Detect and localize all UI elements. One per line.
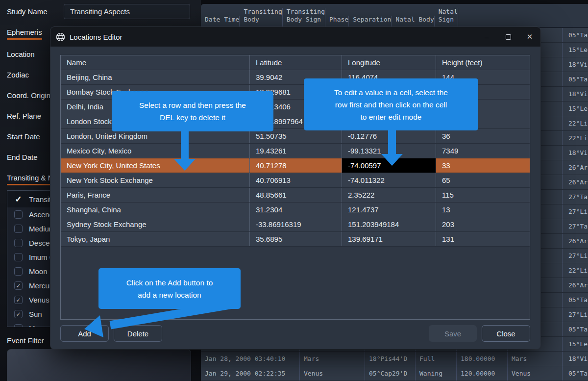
cell-latitude[interactable]: 40.706913 <box>250 173 342 187</box>
body-list-item-label: Moon <box>29 267 48 276</box>
cell-natal-sign: 26°Ari <box>563 234 588 248</box>
cell-natal-body: Venus <box>508 366 563 381</box>
location-row[interactable]: Tokyo, Japan 35.6895 139.69171 131 <box>61 232 530 247</box>
cell-natal-sign: 05°Tau <box>563 28 588 42</box>
checkbox[interactable]: ✓ <box>14 281 23 290</box>
table-row[interactable]: Jan 28, 2000 03:40:10 Mars 18°Pis44'D Fu… <box>201 352 588 366</box>
maximize-button[interactable] <box>497 27 519 47</box>
location-row[interactable]: New York City, United States 40.71278 -7… <box>61 158 530 173</box>
globe-icon <box>56 32 65 42</box>
cell-longitude[interactable]: 151.203949184 <box>342 217 436 231</box>
cell-name[interactable]: New York Stock Exchange <box>61 173 250 187</box>
dialog-title: Locations Editor <box>70 33 476 41</box>
cell-separation: 180.00000 <box>457 352 508 366</box>
sidebar-nav-item-label: Coord. Origin <box>7 91 50 102</box>
cell-height[interactable]: 115 <box>436 188 530 202</box>
study-name-input[interactable] <box>64 4 190 19</box>
checkbox[interactable]: ✓ <box>14 267 23 276</box>
tooltip-delete-hint: Select a row and then press the DEL key … <box>112 91 273 131</box>
cell-natal-sign: 05°Tau <box>563 293 588 307</box>
cell-natal-sign: 15°Leo <box>563 337 588 351</box>
maximize-icon <box>506 34 511 40</box>
study-name-label: Study Name <box>7 7 48 16</box>
column-header-longitude: Longitude <box>342 55 436 70</box>
check-icon: ✓ <box>16 282 21 289</box>
cell-height[interactable]: 203 <box>436 217 530 231</box>
checkbox[interactable]: ✓ <box>14 310 23 318</box>
column-header: Natal Body <box>392 16 434 27</box>
cell-name[interactable]: Tokyo, Japan <box>61 232 250 246</box>
sidebar-nav-item-label: Location <box>7 50 35 60</box>
cell-latitude[interactable]: 40.71278 <box>250 158 342 173</box>
arrow-down-icon <box>388 127 396 154</box>
column-header: Natal Sign <box>435 8 458 27</box>
sidebar-nav-item-label: Ephemeris <box>7 28 42 40</box>
cell-longitude[interactable]: 121.4737 <box>342 203 436 217</box>
cell-natal-sign: 18°Vir <box>563 87 588 101</box>
cell-latitude[interactable]: 31.2304 <box>250 203 342 217</box>
cell-transiting-body: Venus <box>300 366 365 381</box>
cell-natal-sign: 05°Tau <box>563 72 588 86</box>
cell-longitude[interactable]: 139.69171 <box>342 232 436 246</box>
cell-longitude[interactable]: -74.011322 <box>342 173 436 187</box>
checkbox[interactable]: ✓ <box>14 225 23 233</box>
event-filter-input[interactable] <box>7 349 191 381</box>
minimize-button[interactable]: – <box>476 27 497 47</box>
cell-natal-sign: 27°Tau <box>563 190 588 204</box>
cell-natal-sign: 05°Tau <box>563 366 588 381</box>
cell-name[interactable]: Mexico City, Mexico <box>61 144 250 158</box>
location-row[interactable]: Sydney Stock Exchange -33.86916319 151.2… <box>61 217 530 232</box>
sidebar-nav-item-label: Zodiac <box>7 71 29 81</box>
cell-name[interactable]: Shanghai, China <box>61 203 250 217</box>
location-row[interactable]: New York Stock Exchange 40.706913 -74.01… <box>61 173 530 188</box>
cell-natal-sign: 27°Lib <box>563 204 588 219</box>
cell-phase: Waning <box>416 366 457 381</box>
cell-height[interactable]: 33 <box>436 158 530 173</box>
cell-latitude[interactable]: 48.85661 <box>250 188 342 202</box>
body-list-item-label: Mars <box>29 324 45 327</box>
cell-transiting-body-sign: 18°Pis44'D <box>365 352 416 366</box>
column-header: Date Time <box>201 16 240 27</box>
cell-natal-sign: 22°Lib <box>563 263 588 278</box>
table-header-row: Date TimeTransiting BodyTransiting Body … <box>201 4 588 28</box>
checkbox[interactable]: ✓ <box>14 296 23 304</box>
close-window-button[interactable]: ✕ <box>519 27 540 47</box>
cell-natal-sign: 15°Leo <box>563 102 588 116</box>
cell-natal-sign: 05°Tau <box>563 322 588 336</box>
column-header: Transiting Body <box>240 8 282 27</box>
location-row[interactable]: Mexico City, Mexico 19.43261 -99.13321 7… <box>61 144 530 158</box>
close-button[interactable]: Close <box>482 325 530 342</box>
checkbox[interactable]: ✓ <box>14 239 23 247</box>
table-row[interactable]: Jan 29, 2000 02:22:35 Venus 05°Cap29'D W… <box>201 366 588 381</box>
cell-height[interactable]: 36 <box>436 129 530 143</box>
cell-height[interactable]: 131 <box>436 232 530 246</box>
cell-transiting-body: Mars <box>300 352 365 366</box>
cell-phase: Full <box>416 352 457 366</box>
checkbox[interactable]: ✓ <box>14 253 23 261</box>
cell-natal-sign: 27°Lib <box>563 249 588 263</box>
location-row[interactable]: Paris, France 48.85661 2.35222 115 <box>61 188 530 203</box>
check-icon: ✓ <box>16 325 21 328</box>
cell-height[interactable]: 13 <box>436 203 530 217</box>
body-list-item-label: Sun <box>29 310 42 318</box>
column-header: Separation <box>349 16 392 27</box>
event-filter-label: Event Filter <box>7 336 44 345</box>
cell-name[interactable]: New York City, United States <box>61 158 250 173</box>
sidebar-nav-item-label: End Date <box>7 153 38 163</box>
cell-natal-sign: 18°Vir <box>563 146 588 160</box>
cell-name[interactable]: Sydney Stock Exchange <box>61 217 250 231</box>
cell-name[interactable]: Paris, France <box>61 188 250 202</box>
checkbox[interactable]: ✓ <box>14 195 23 203</box>
cell-height[interactable]: 65 <box>436 173 530 187</box>
checkbox[interactable]: ✓ <box>14 324 23 327</box>
location-row[interactable]: Shanghai, China 31.2304 121.4737 13 <box>61 203 530 217</box>
cell-latitude[interactable]: -33.86916319 <box>250 217 342 231</box>
save-button[interactable]: Save <box>429 325 477 342</box>
cell-name[interactable]: Beijing, China <box>61 70 250 84</box>
cell-latitude[interactable]: 19.43261 <box>250 144 342 158</box>
checkbox[interactable]: ✓ <box>14 210 23 219</box>
cell-longitude[interactable]: 2.35222 <box>342 188 436 202</box>
cell-latitude[interactable]: 35.6895 <box>250 232 342 246</box>
cell-height[interactable]: 7349 <box>436 144 530 158</box>
column-header-latitude: Latitude <box>250 55 342 70</box>
